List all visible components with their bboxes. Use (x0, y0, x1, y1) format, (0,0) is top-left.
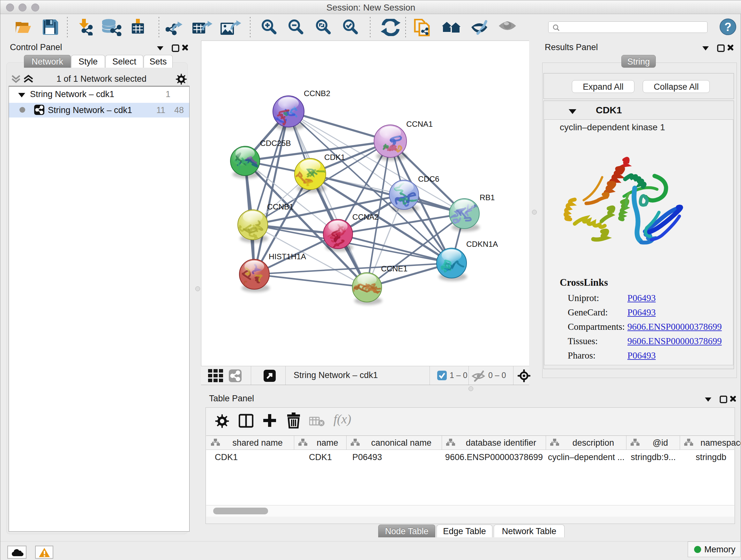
svg-text:CDKN1A: CDKN1A (466, 240, 498, 248)
svg-text:CCNB2: CCNB2 (304, 89, 330, 98)
svg-text:CCNA2: CCNA2 (352, 212, 379, 221)
svg-text:CDC25B: CDC25B (260, 139, 291, 147)
svg-text:CCNA1: CCNA1 (406, 120, 433, 128)
svg-text:CDK1: CDK1 (324, 153, 345, 162)
svg-text:CCNE1: CCNE1 (381, 264, 408, 273)
svg-text:CDC6: CDC6 (418, 175, 440, 183)
svg-text:CCNB1: CCNB1 (267, 202, 293, 211)
svg-text:HIST1H1A: HIST1H1A (269, 252, 307, 261)
svg-text:RB1: RB1 (480, 193, 495, 202)
